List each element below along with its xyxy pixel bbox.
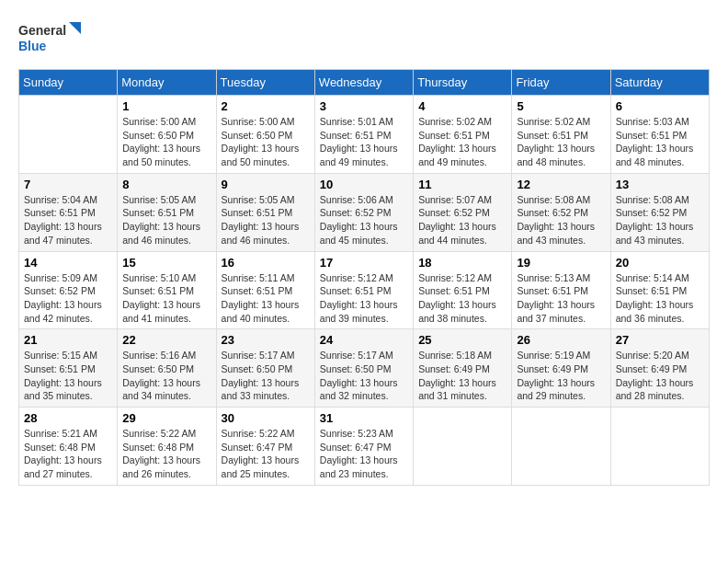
day-info: Sunrise: 5:23 AMSunset: 6:47 PMDaylight:… (320, 427, 408, 481)
calendar-cell: 14Sunrise: 5:09 AMSunset: 6:52 PMDayligh… (19, 251, 118, 329)
calendar-cell: 24Sunrise: 5:17 AMSunset: 6:50 PMDayligh… (314, 329, 413, 408)
day-number: 13 (616, 178, 704, 191)
day-number: 23 (222, 333, 310, 347)
day-number: 20 (616, 256, 704, 270)
logo-svg: GeneralBlue (18, 18, 83, 60)
day-info: Sunrise: 5:09 AMSunset: 6:52 PMDaylight:… (24, 271, 112, 326)
calendar-cell: 29Sunrise: 5:22 AMSunset: 6:48 PMDayligh… (118, 408, 216, 486)
day-info: Sunrise: 5:21 AMSunset: 6:48 PMDaylight:… (24, 427, 112, 481)
calendar-week-2: 7Sunrise: 5:04 AMSunset: 6:51 PMDaylight… (19, 173, 710, 251)
day-info: Sunrise: 5:07 AMSunset: 6:52 PMDaylight:… (418, 193, 506, 247)
calendar-cell: 22Sunrise: 5:16 AMSunset: 6:50 PMDayligh… (118, 329, 216, 408)
column-header-sunday: Sunday (19, 70, 118, 96)
day-number: 26 (517, 333, 605, 347)
column-header-monday: Monday (118, 70, 216, 96)
calendar-cell: 2Sunrise: 5:00 AMSunset: 6:50 PMDaylight… (216, 96, 314, 174)
day-info: Sunrise: 5:17 AMSunset: 6:50 PMDaylight:… (320, 349, 408, 403)
calendar-cell: 26Sunrise: 5:19 AMSunset: 6:49 PMDayligh… (512, 329, 610, 408)
calendar-cell: 4Sunrise: 5:02 AMSunset: 6:51 PMDaylight… (414, 96, 512, 174)
day-info: Sunrise: 5:00 AMSunset: 6:50 PMDaylight:… (222, 115, 310, 169)
day-number: 2 (222, 99, 310, 113)
calendar-cell: 16Sunrise: 5:11 AMSunset: 6:51 PMDayligh… (216, 251, 314, 329)
day-number: 31 (320, 411, 408, 425)
day-number: 25 (418, 333, 506, 347)
day-info: Sunrise: 5:00 AMSunset: 6:50 PMDaylight:… (122, 115, 210, 169)
day-number: 19 (517, 256, 605, 270)
day-number: 27 (616, 333, 704, 347)
calendar-cell: 17Sunrise: 5:12 AMSunset: 6:51 PMDayligh… (314, 251, 413, 329)
column-header-tuesday: Tuesday (216, 70, 314, 96)
day-number: 10 (320, 178, 408, 191)
day-number: 3 (320, 99, 408, 113)
day-info: Sunrise: 5:16 AMSunset: 6:50 PMDaylight:… (122, 349, 210, 403)
day-info: Sunrise: 5:12 AMSunset: 6:51 PMDaylight:… (418, 271, 506, 326)
day-info: Sunrise: 5:08 AMSunset: 6:52 PMDaylight:… (616, 193, 704, 247)
day-info: Sunrise: 5:03 AMSunset: 6:51 PMDaylight:… (616, 115, 704, 169)
calendar-cell: 13Sunrise: 5:08 AMSunset: 6:52 PMDayligh… (610, 173, 709, 251)
calendar-cell: 10Sunrise: 5:06 AMSunset: 6:52 PMDayligh… (314, 173, 413, 251)
calendar-cell: 9Sunrise: 5:05 AMSunset: 6:51 PMDaylight… (216, 173, 314, 251)
calendar-cell: 15Sunrise: 5:10 AMSunset: 6:51 PMDayligh… (118, 251, 216, 329)
calendar-week-4: 21Sunrise: 5:15 AMSunset: 6:51 PMDayligh… (19, 329, 710, 408)
calendar-cell: 27Sunrise: 5:20 AMSunset: 6:49 PMDayligh… (610, 329, 709, 408)
calendar-cell (19, 96, 118, 174)
column-header-thursday: Thursday (414, 70, 512, 96)
svg-text:General: General (18, 23, 66, 38)
day-info: Sunrise: 5:15 AMSunset: 6:51 PMDaylight:… (24, 349, 112, 403)
day-number: 5 (517, 99, 605, 113)
svg-text:Blue: Blue (18, 39, 47, 53)
day-number: 18 (418, 256, 506, 270)
calendar-cell: 28Sunrise: 5:21 AMSunset: 6:48 PMDayligh… (19, 408, 118, 486)
day-info: Sunrise: 5:20 AMSunset: 6:49 PMDaylight:… (616, 349, 704, 403)
calendar-cell: 21Sunrise: 5:15 AMSunset: 6:51 PMDayligh… (19, 329, 118, 408)
calendar-cell: 19Sunrise: 5:13 AMSunset: 6:51 PMDayligh… (512, 251, 610, 329)
day-info: Sunrise: 5:02 AMSunset: 6:51 PMDaylight:… (418, 115, 506, 169)
day-info: Sunrise: 5:14 AMSunset: 6:51 PMDaylight:… (616, 271, 704, 326)
calendar-cell: 31Sunrise: 5:23 AMSunset: 6:47 PMDayligh… (314, 408, 413, 486)
day-info: Sunrise: 5:11 AMSunset: 6:51 PMDaylight:… (222, 271, 310, 326)
day-number: 11 (418, 178, 506, 191)
day-number: 1 (122, 99, 210, 113)
day-info: Sunrise: 5:22 AMSunset: 6:48 PMDaylight:… (122, 427, 210, 481)
calendar-cell: 20Sunrise: 5:14 AMSunset: 6:51 PMDayligh… (610, 251, 709, 329)
day-number: 30 (222, 411, 310, 425)
day-info: Sunrise: 5:17 AMSunset: 6:50 PMDaylight:… (222, 349, 310, 403)
header-row: SundayMondayTuesdayWednesdayThursdayFrid… (19, 70, 710, 96)
calendar-cell: 1Sunrise: 5:00 AMSunset: 6:50 PMDaylight… (118, 96, 216, 174)
day-info: Sunrise: 5:08 AMSunset: 6:52 PMDaylight:… (517, 193, 605, 247)
day-info: Sunrise: 5:05 AMSunset: 6:51 PMDaylight:… (222, 193, 310, 247)
day-info: Sunrise: 5:05 AMSunset: 6:51 PMDaylight:… (122, 193, 210, 247)
calendar-cell (512, 408, 610, 486)
day-number: 24 (320, 333, 408, 347)
calendar-cell: 6Sunrise: 5:03 AMSunset: 6:51 PMDaylight… (610, 96, 709, 174)
day-info: Sunrise: 5:12 AMSunset: 6:51 PMDaylight:… (320, 271, 408, 326)
day-number: 17 (320, 256, 408, 270)
calendar-table: SundayMondayTuesdayWednesdayThursdayFrid… (18, 69, 710, 486)
calendar-cell (414, 408, 512, 486)
day-number: 12 (517, 178, 605, 191)
day-info: Sunrise: 5:22 AMSunset: 6:47 PMDaylight:… (222, 427, 310, 481)
day-number: 8 (122, 178, 210, 191)
logo: GeneralBlue (18, 18, 83, 60)
calendar-cell: 12Sunrise: 5:08 AMSunset: 6:52 PMDayligh… (512, 173, 610, 251)
calendar-cell: 25Sunrise: 5:18 AMSunset: 6:49 PMDayligh… (414, 329, 512, 408)
column-header-wednesday: Wednesday (314, 70, 413, 96)
column-header-friday: Friday (512, 70, 610, 96)
day-info: Sunrise: 5:19 AMSunset: 6:49 PMDaylight:… (517, 349, 605, 403)
svg-marker-1 (69, 22, 81, 34)
day-number: 28 (24, 411, 112, 425)
day-number: 9 (222, 178, 310, 191)
day-info: Sunrise: 5:13 AMSunset: 6:51 PMDaylight:… (517, 271, 605, 326)
page-header: GeneralBlue (18, 18, 710, 60)
day-number: 7 (24, 178, 112, 191)
day-info: Sunrise: 5:06 AMSunset: 6:52 PMDaylight:… (320, 193, 408, 247)
day-number: 29 (122, 411, 210, 425)
column-header-saturday: Saturday (610, 70, 709, 96)
calendar-cell: 23Sunrise: 5:17 AMSunset: 6:50 PMDayligh… (216, 329, 314, 408)
calendar-cell (610, 408, 709, 486)
day-number: 22 (122, 333, 210, 347)
day-info: Sunrise: 5:10 AMSunset: 6:51 PMDaylight:… (122, 271, 210, 326)
calendar-week-3: 14Sunrise: 5:09 AMSunset: 6:52 PMDayligh… (19, 251, 710, 329)
calendar-week-5: 28Sunrise: 5:21 AMSunset: 6:48 PMDayligh… (19, 408, 710, 486)
calendar-cell: 3Sunrise: 5:01 AMSunset: 6:51 PMDaylight… (314, 96, 413, 174)
